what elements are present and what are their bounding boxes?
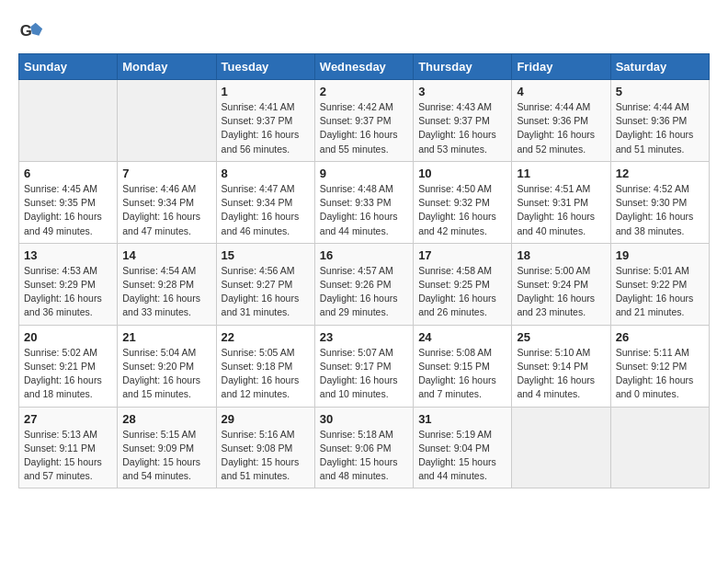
calendar-table: SundayMondayTuesdayWednesdayThursdayFrid… [18,53,710,488]
calendar-cell: 2Sunrise: 4:42 AMSunset: 9:37 PMDaylight… [314,80,413,162]
day-number: 26 [616,330,704,344]
day-info: Sunrise: 5:08 AMSunset: 9:15 PMDaylight:… [418,346,506,402]
calendar-cell: 23Sunrise: 5:07 AMSunset: 9:17 PMDayligh… [314,325,413,407]
svg-marker-1 [30,23,42,36]
calendar-cell [19,80,118,162]
day-number: 1 [222,85,310,98]
calendar-cell: 21Sunrise: 5:04 AMSunset: 9:20 PMDayligh… [118,325,216,407]
day-info: Sunrise: 5:02 AMSunset: 9:21 PMDaylight:… [24,346,112,402]
col-header-sunday: Sunday [19,54,118,80]
calendar-week-5: 27Sunrise: 5:13 AMSunset: 9:11 PMDayligh… [19,407,710,488]
day-number: 19 [616,248,704,262]
day-number: 21 [122,330,210,344]
calendar-cell: 27Sunrise: 5:13 AMSunset: 9:11 PMDayligh… [19,407,118,488]
calendar-cell: 26Sunrise: 5:11 AMSunset: 9:12 PMDayligh… [610,325,709,407]
calendar-cell: 16Sunrise: 4:57 AMSunset: 9:26 PMDayligh… [314,243,413,325]
calendar-cell: 6Sunrise: 4:45 AMSunset: 9:35 PMDaylight… [19,161,118,243]
day-info: Sunrise: 4:42 AMSunset: 9:37 PMDaylight:… [320,100,408,156]
calendar-week-2: 6Sunrise: 4:45 AMSunset: 9:35 PMDaylight… [19,161,710,243]
calendar-cell: 24Sunrise: 5:08 AMSunset: 9:15 PMDayligh… [414,325,512,407]
calendar-cell: 13Sunrise: 4:53 AMSunset: 9:29 PMDayligh… [19,243,118,325]
day-number: 24 [418,330,506,344]
page-header: G [18,18,710,44]
calendar-cell: 30Sunrise: 5:18 AMSunset: 9:06 PMDayligh… [314,407,413,488]
day-info: Sunrise: 5:18 AMSunset: 9:06 PMDaylight:… [320,428,408,484]
day-number: 17 [418,248,506,262]
calendar-cell: 25Sunrise: 5:10 AMSunset: 9:14 PMDayligh… [512,325,610,407]
day-number: 18 [517,248,605,262]
calendar-cell: 19Sunrise: 5:01 AMSunset: 9:22 PMDayligh… [610,243,709,325]
day-number: 8 [222,167,310,180]
day-number: 23 [320,330,408,344]
calendar-week-4: 20Sunrise: 5:02 AMSunset: 9:21 PMDayligh… [19,325,710,407]
day-number: 16 [320,248,408,262]
calendar-cell: 5Sunrise: 4:44 AMSunset: 9:36 PMDaylight… [610,80,709,162]
day-info: Sunrise: 5:00 AMSunset: 9:24 PMDaylight:… [517,264,605,320]
day-number: 2 [320,85,408,98]
day-info: Sunrise: 5:11 AMSunset: 9:12 PMDaylight:… [616,346,704,402]
calendar-cell: 4Sunrise: 4:44 AMSunset: 9:36 PMDaylight… [512,80,610,162]
day-number: 7 [122,167,210,180]
calendar-cell: 20Sunrise: 5:02 AMSunset: 9:21 PMDayligh… [19,325,118,407]
day-info: Sunrise: 5:15 AMSunset: 9:09 PMDaylight:… [122,428,210,484]
day-info: Sunrise: 5:05 AMSunset: 9:18 PMDaylight:… [222,346,310,402]
calendar-cell [512,407,610,488]
day-info: Sunrise: 5:13 AMSunset: 9:11 PMDaylight:… [24,428,112,484]
col-header-thursday: Thursday [414,54,512,80]
day-number: 13 [24,248,112,262]
calendar-cell: 10Sunrise: 4:50 AMSunset: 9:32 PMDayligh… [414,161,512,243]
day-number: 4 [517,85,605,98]
day-info: Sunrise: 4:53 AMSunset: 9:29 PMDaylight:… [24,264,112,320]
day-info: Sunrise: 4:54 AMSunset: 9:28 PMDaylight:… [122,264,210,320]
day-info: Sunrise: 4:52 AMSunset: 9:30 PMDaylight:… [616,182,704,238]
day-info: Sunrise: 4:45 AMSunset: 9:35 PMDaylight:… [24,182,112,238]
calendar-week-1: 1Sunrise: 4:41 AMSunset: 9:37 PMDaylight… [19,80,710,162]
day-info: Sunrise: 4:47 AMSunset: 9:34 PMDaylight:… [222,182,310,238]
day-number: 15 [222,248,310,262]
calendar-cell: 7Sunrise: 4:46 AMSunset: 9:34 PMDaylight… [118,161,216,243]
day-number: 22 [222,330,310,344]
day-number: 30 [320,412,408,426]
day-info: Sunrise: 4:46 AMSunset: 9:34 PMDaylight:… [122,182,210,238]
day-info: Sunrise: 5:10 AMSunset: 9:14 PMDaylight:… [517,346,605,402]
calendar-cell: 17Sunrise: 4:58 AMSunset: 9:25 PMDayligh… [414,243,512,325]
col-header-saturday: Saturday [610,54,709,80]
logo: G [18,18,48,44]
day-info: Sunrise: 4:43 AMSunset: 9:37 PMDaylight:… [418,100,506,156]
calendar-cell: 22Sunrise: 5:05 AMSunset: 9:18 PMDayligh… [216,325,314,407]
day-info: Sunrise: 4:41 AMSunset: 9:37 PMDaylight:… [222,100,310,156]
day-number: 31 [418,412,506,426]
col-header-tuesday: Tuesday [216,54,314,80]
calendar-cell: 28Sunrise: 5:15 AMSunset: 9:09 PMDayligh… [118,407,216,488]
col-header-friday: Friday [512,54,610,80]
calendar-header-row: SundayMondayTuesdayWednesdayThursdayFrid… [19,54,710,80]
day-number: 6 [24,167,112,180]
calendar-cell: 1Sunrise: 4:41 AMSunset: 9:37 PMDaylight… [216,80,314,162]
day-info: Sunrise: 4:50 AMSunset: 9:32 PMDaylight:… [418,182,506,238]
day-info: Sunrise: 4:44 AMSunset: 9:36 PMDaylight:… [616,100,704,156]
svg-text:G: G [20,22,32,40]
day-info: Sunrise: 4:44 AMSunset: 9:36 PMDaylight:… [517,100,605,156]
calendar-cell: 12Sunrise: 4:52 AMSunset: 9:30 PMDayligh… [610,161,709,243]
day-number: 10 [418,167,506,180]
day-number: 29 [222,412,310,426]
day-number: 14 [122,248,210,262]
day-info: Sunrise: 5:01 AMSunset: 9:22 PMDaylight:… [616,264,704,320]
day-info: Sunrise: 4:51 AMSunset: 9:31 PMDaylight:… [517,182,605,238]
calendar-cell [610,407,709,488]
day-info: Sunrise: 4:58 AMSunset: 9:25 PMDaylight:… [418,264,506,320]
day-info: Sunrise: 5:19 AMSunset: 9:04 PMDaylight:… [418,428,506,484]
day-info: Sunrise: 4:56 AMSunset: 9:27 PMDaylight:… [222,264,310,320]
calendar-cell: 9Sunrise: 4:48 AMSunset: 9:33 PMDaylight… [314,161,413,243]
calendar-cell: 8Sunrise: 4:47 AMSunset: 9:34 PMDaylight… [216,161,314,243]
day-info: Sunrise: 5:07 AMSunset: 9:17 PMDaylight:… [320,346,408,402]
calendar-cell: 31Sunrise: 5:19 AMSunset: 9:04 PMDayligh… [414,407,512,488]
day-number: 20 [24,330,112,344]
calendar-cell: 29Sunrise: 5:16 AMSunset: 9:08 PMDayligh… [216,407,314,488]
day-info: Sunrise: 4:48 AMSunset: 9:33 PMDaylight:… [320,182,408,238]
calendar-cell [118,80,216,162]
col-header-monday: Monday [118,54,216,80]
day-number: 9 [320,167,408,180]
day-info: Sunrise: 5:04 AMSunset: 9:20 PMDaylight:… [122,346,210,402]
logo-icon: G [18,18,44,44]
